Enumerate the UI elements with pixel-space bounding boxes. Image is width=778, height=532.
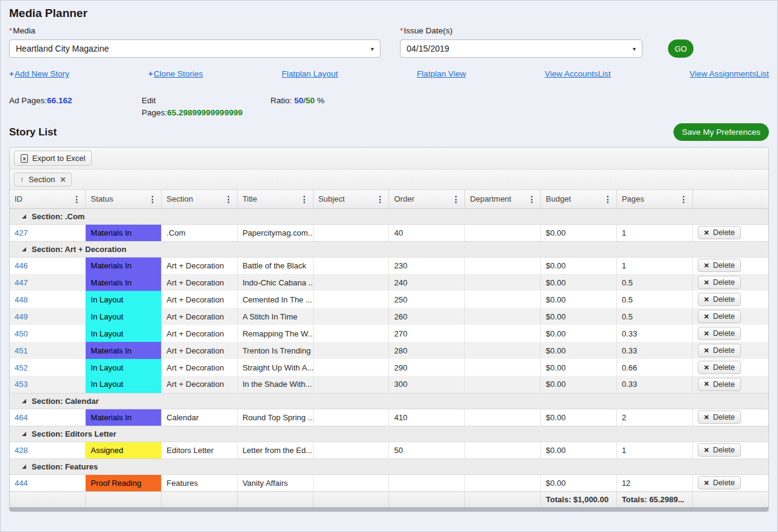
column-header-title[interactable]: Title⋮ xyxy=(237,190,313,208)
flatplan-view-link[interactable]: Flatplan View xyxy=(417,69,466,78)
delete-button[interactable]: ✕Delete xyxy=(698,226,741,239)
action-links-row: +Add New Story +Clone Stories Flatplan L… xyxy=(9,69,769,78)
story-id-link[interactable]: 464 xyxy=(15,413,28,422)
group-header-row[interactable]: Section: Editors Letter xyxy=(10,426,768,442)
column-menu-icon[interactable]: ⋮ xyxy=(72,194,81,204)
column-header-department[interactable]: Department⋮ xyxy=(465,190,541,208)
collapse-icon[interactable] xyxy=(22,465,26,469)
column-menu-icon[interactable]: ⋮ xyxy=(300,194,309,204)
chevron-down-icon: ▾ xyxy=(371,46,374,52)
delete-label: Delete xyxy=(713,228,735,237)
story-id-link[interactable]: 452 xyxy=(15,363,28,372)
export-to-excel-button[interactable]: x Export to Excel xyxy=(14,151,92,166)
group-header-row[interactable]: Section: .Com xyxy=(10,208,768,224)
delete-label: Delete xyxy=(713,261,735,270)
collapse-icon[interactable] xyxy=(22,432,26,436)
media-label: *Media xyxy=(9,26,380,35)
delete-button[interactable]: ✕Delete xyxy=(698,443,741,457)
column-header-subject[interactable]: Subject⋮ xyxy=(313,190,389,208)
column-menu-icon[interactable]: ⋮ xyxy=(376,194,384,204)
budget-cell: $0.00 xyxy=(541,257,617,274)
view-accountslist-link[interactable]: View AccountsList xyxy=(545,69,611,78)
id-cell: 450 xyxy=(10,325,86,342)
story-id-link[interactable]: 448 xyxy=(15,295,28,304)
department-cell xyxy=(465,224,541,241)
collapse-icon[interactable] xyxy=(22,214,26,219)
column-header-section[interactable]: Section⋮ xyxy=(162,190,238,208)
pages-cell: 1 xyxy=(616,224,692,241)
add-new-story-link[interactable]: +Add New Story xyxy=(9,69,69,78)
section-cell: Features xyxy=(162,474,238,491)
column-header-id[interactable]: ID⋮ xyxy=(10,190,86,208)
column-menu-icon[interactable]: ⋮ xyxy=(680,194,688,204)
order-cell: 50 xyxy=(389,442,465,459)
column-header-status[interactable]: Status⋮ xyxy=(86,190,162,208)
story-id-link[interactable]: 449 xyxy=(15,312,28,321)
delete-button[interactable]: ✕Delete xyxy=(698,378,741,391)
subject-cell xyxy=(313,274,389,291)
delete-button[interactable]: ✕Delete xyxy=(698,361,741,374)
story-id-link[interactable]: 447 xyxy=(15,278,28,287)
column-menu-icon[interactable]: ⋮ xyxy=(604,194,612,204)
story-id-link[interactable]: 451 xyxy=(15,346,28,355)
budget-cell: $0.00 xyxy=(541,342,617,359)
group-chip-section[interactable]: ↑ Section ✕ xyxy=(14,172,72,186)
status-cell: Materials In xyxy=(86,257,162,274)
column-menu-icon[interactable]: ⋮ xyxy=(452,194,460,204)
delete-button[interactable]: ✕Delete xyxy=(698,310,741,323)
column-menu-icon[interactable]: ⋮ xyxy=(148,194,157,204)
order-cell: 40 xyxy=(389,224,465,241)
required-asterisk: * xyxy=(400,26,403,35)
story-id-link[interactable]: 450 xyxy=(15,329,28,338)
department-cell xyxy=(465,474,541,491)
delete-button[interactable]: ✕Delete xyxy=(698,344,741,357)
column-header-order[interactable]: Order⋮ xyxy=(389,190,465,208)
media-select[interactable]: Heartland City Magazine ▾ xyxy=(9,39,380,58)
group-header-cell: Section: Features xyxy=(10,459,768,474)
order-cell: 280 xyxy=(389,342,465,359)
story-id-link[interactable]: 428 xyxy=(15,446,28,455)
status-cell: Materials In xyxy=(86,224,162,241)
save-preferences-button[interactable]: Save My Preferences xyxy=(673,123,769,141)
delete-button[interactable]: ✕Delete xyxy=(698,327,741,340)
column-header-budget[interactable]: Budget⋮ xyxy=(541,190,617,208)
section-cell: Art + Decoration xyxy=(162,325,238,342)
delete-x-icon: ✕ xyxy=(704,446,709,454)
section-cell: Art + Decoration xyxy=(162,359,238,376)
flatplan-layout-link[interactable]: Flatplan Layout xyxy=(282,69,338,78)
actions-cell: ✕Delete xyxy=(692,274,768,291)
group-header-row[interactable]: Section: Features xyxy=(10,459,768,474)
remove-group-icon[interactable]: ✕ xyxy=(60,176,66,184)
story-id-link[interactable]: 446 xyxy=(15,261,28,270)
delete-button[interactable]: ✕Delete xyxy=(698,276,741,289)
column-header-pages[interactable]: Pages⋮ xyxy=(616,190,692,208)
delete-button[interactable]: ✕Delete xyxy=(698,259,741,272)
column-menu-icon[interactable]: ⋮ xyxy=(224,194,233,204)
story-id-link[interactable]: 444 xyxy=(15,479,28,488)
title-cell: Indo-Chic Cabana ... xyxy=(237,274,313,291)
status-cell: Assigned xyxy=(86,442,162,459)
issue-date-select[interactable]: 04/15/2019 ▾ xyxy=(400,39,642,58)
section-cell: Art + Decoration xyxy=(162,274,238,291)
story-id-link[interactable]: 427 xyxy=(15,228,28,237)
delete-x-icon: ✕ xyxy=(704,262,709,270)
go-button[interactable]: GO xyxy=(668,39,694,58)
section-cell: Art + Decoration xyxy=(162,257,238,274)
subject-cell xyxy=(313,474,389,491)
delete-button[interactable]: ✕Delete xyxy=(698,476,741,489)
collapse-icon[interactable] xyxy=(22,247,26,251)
delete-button[interactable]: ✕Delete xyxy=(698,293,741,306)
group-label: Section: Art + Decoration xyxy=(32,245,126,254)
view-assignmentslist-link[interactable]: View AssignmentsList xyxy=(690,69,769,78)
story-id-link[interactable]: 453 xyxy=(15,380,28,389)
clone-stories-link[interactable]: +Clone Stories xyxy=(148,69,203,78)
collapse-icon[interactable] xyxy=(22,399,26,403)
section-cell: Art + Decoration xyxy=(162,376,238,393)
subject-cell xyxy=(313,257,389,274)
filter-form: *Media Heartland City Magazine ▾ *Issue … xyxy=(9,26,769,58)
delete-button[interactable]: ✕Delete xyxy=(698,411,741,424)
column-menu-icon[interactable]: ⋮ xyxy=(528,194,536,204)
group-header-row[interactable]: Section: Calendar xyxy=(10,393,768,409)
group-header-row[interactable]: Section: Art + Decoration xyxy=(10,241,768,257)
order-cell: 410 xyxy=(389,409,465,426)
